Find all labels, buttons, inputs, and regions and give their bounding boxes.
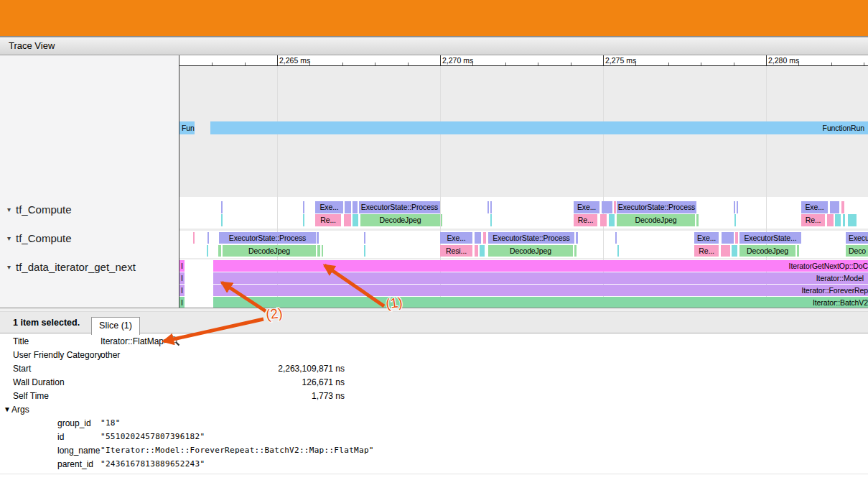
- trace-event-bar[interactable]: Exe...: [574, 201, 599, 213]
- trace-event-bar[interactable]: [615, 232, 617, 244]
- trace-event-bar[interactable]: [483, 232, 486, 244]
- trace-event-bar[interactable]: [322, 245, 323, 257]
- trace-event-bar[interactable]: [218, 245, 221, 257]
- sidebar-track-row[interactable]: ▾tf_Compute: [7, 203, 72, 216]
- trace-event-bar[interactable]: [490, 201, 492, 213]
- trace-event-bar[interactable]: [843, 214, 845, 226]
- trace-event-bar[interactable]: I: [179, 285, 185, 296]
- trace-event-bar[interactable]: ExecutorState::Process: [488, 232, 574, 244]
- trace-event-bar[interactable]: [735, 232, 738, 244]
- trace-event-bar[interactable]: IteratorGetNextOp::DoC: [213, 260, 868, 272]
- trace-event-bar[interactable]: [317, 245, 320, 257]
- sidebar-track-label: tf_Compute: [16, 232, 72, 244]
- trace-event-bar[interactable]: DecodeJpeg: [360, 214, 440, 226]
- trace-event-bar[interactable]: [344, 214, 351, 226]
- args-row[interactable]: ▼Args: [0, 402, 868, 416]
- trace-event-bar[interactable]: [490, 214, 492, 226]
- trace-event-bar[interactable]: [614, 201, 616, 213]
- trace-event-bar[interactable]: DecodeJpeg: [223, 245, 316, 257]
- trace-event-bar[interactable]: I: [179, 260, 185, 272]
- trace-event-bar[interactable]: [602, 201, 612, 213]
- trace-event-bar[interactable]: [364, 232, 365, 244]
- trace-event-bar[interactable]: Re...: [694, 245, 719, 257]
- trace-event-bar[interactable]: [797, 245, 799, 257]
- trace-event-bar[interactable]: [848, 214, 857, 226]
- trace-event-bar[interactable]: [345, 201, 351, 213]
- trace-event-bar[interactable]: [696, 214, 699, 226]
- timeline-area[interactable]: 2,265 ms2,270 ms2,275 ms2,280 ms ▾tf_Com…: [0, 55, 868, 308]
- trace-event-bar[interactable]: DecodeJpeg: [488, 245, 573, 257]
- trace-event-bar[interactable]: [734, 214, 736, 226]
- trace-event-bar[interactable]: [353, 214, 358, 226]
- trace-event-bar[interactable]: Exe...: [694, 232, 719, 244]
- trace-event-bar[interactable]: Exe...: [315, 201, 343, 213]
- trace-event-bar[interactable]: [221, 201, 223, 213]
- trace-event-bar[interactable]: [353, 201, 358, 213]
- trace-event-bar[interactable]: Iterator::Model: [213, 272, 868, 284]
- trace-event-bar[interactable]: [576, 232, 578, 244]
- trace-event-bar[interactable]: [480, 245, 485, 257]
- trace-event-bar[interactable]: Re...: [574, 214, 597, 226]
- sidebar-track-row[interactable]: ▾tf_data_iterator_get_next: [7, 260, 136, 273]
- trace-event-bar[interactable]: [721, 245, 730, 257]
- ruler-minor-tick: [734, 63, 734, 65]
- args-collapse-triangle-icon[interactable]: ▼: [4, 405, 11, 413]
- trace-event-bar[interactable]: ExecutorState...: [739, 232, 801, 244]
- trace-event-bar[interactable]: ExecutorState::Process: [219, 232, 316, 244]
- collapse-triangle-icon[interactable]: ▾: [7, 206, 11, 213]
- time-ruler[interactable]: 2,265 ms2,270 ms2,275 ms2,280 ms: [179, 55, 868, 66]
- trace-event-bar[interactable]: DecodeJpeg: [739, 245, 795, 257]
- trace-event-bar[interactable]: Deco: [846, 245, 868, 257]
- trace-event-bar[interactable]: [207, 232, 209, 244]
- ruler-tick-label: 2,270 ms: [442, 56, 473, 65]
- trace-event-bar[interactable]: I: [179, 272, 185, 284]
- trace-event-bar[interactable]: Exe...: [440, 232, 472, 244]
- trace-event-bar[interactable]: [207, 245, 208, 257]
- trace-event-bar[interactable]: Resi...: [440, 245, 472, 257]
- trace-event-bar[interactable]: [609, 214, 615, 226]
- trace-event-bar[interactable]: [475, 245, 478, 257]
- trace-event-bar[interactable]: [827, 214, 834, 226]
- trace-event-bar[interactable]: [830, 201, 839, 213]
- trace-event-bar[interactable]: [600, 214, 607, 226]
- trace-event-bar[interactable]: [732, 245, 737, 257]
- trace-event-bar[interactable]: [193, 232, 195, 244]
- trace-event-bar[interactable]: Fun: [179, 121, 195, 134]
- trace-event-bar[interactable]: [835, 214, 841, 226]
- args-label: Args: [11, 405, 29, 415]
- trace-event-bar[interactable]: [364, 245, 365, 257]
- collapse-triangle-icon[interactable]: ▾: [7, 263, 11, 271]
- sidebar-track-label: tf_data_iterator_get_next: [16, 261, 136, 273]
- trace-event-bar[interactable]: Iterator::ForeverRep: [213, 285, 868, 296]
- selected-count-text: 1 item selected.: [13, 318, 80, 328]
- trace-event-bar[interactable]: Re...: [801, 214, 825, 226]
- trace-event-bar[interactable]: Re...: [315, 214, 341, 226]
- trace-event-bar[interactable]: [487, 201, 489, 213]
- collapse-triangle-icon[interactable]: ▾: [7, 234, 11, 242]
- tab-slice[interactable]: Slice (1): [91, 317, 140, 335]
- sidebar-track-row[interactable]: ▾tf_Compute: [7, 231, 72, 244]
- trace-event-bar[interactable]: [617, 245, 619, 257]
- trace-event-bar[interactable]: ExecutorState::Process: [359, 201, 440, 213]
- trace-event-bar[interactable]: Execut: [846, 232, 868, 244]
- trace-event-bar[interactable]: I: [179, 297, 185, 308]
- trace-event-bar[interactable]: [441, 214, 442, 226]
- trace-event-bar[interactable]: DecodeJpeg: [617, 214, 695, 226]
- trace-event-bar[interactable]: [303, 201, 304, 213]
- trace-event-bar[interactable]: [737, 201, 738, 213]
- trace-event-bar[interactable]: [734, 201, 735, 213]
- trace-event-bar[interactable]: ExecutorState::Process: [617, 201, 696, 213]
- trace-event-bar[interactable]: [317, 232, 319, 244]
- ruler-tick-label: 2,280 ms: [768, 56, 799, 65]
- trace-event-bar[interactable]: [722, 232, 734, 244]
- trace-event-bar[interactable]: [574, 245, 577, 257]
- trace-event-bar[interactable]: [841, 201, 844, 213]
- trace-event-bar[interactable]: Exe...: [801, 201, 828, 213]
- profiler-window: Trace View 2,265 ms2,270 ms2,275 ms2,280…: [0, 0, 868, 493]
- ruler-minor-tick: [408, 63, 409, 65]
- trace-event-bar[interactable]: Iterator::BatchV2: [213, 297, 868, 308]
- trace-event-bar[interactable]: [475, 232, 481, 244]
- trace-event-bar[interactable]: FunctionRun: [210, 121, 868, 134]
- trace-event-bar[interactable]: [303, 214, 304, 226]
- trace-event-bar[interactable]: [221, 214, 223, 226]
